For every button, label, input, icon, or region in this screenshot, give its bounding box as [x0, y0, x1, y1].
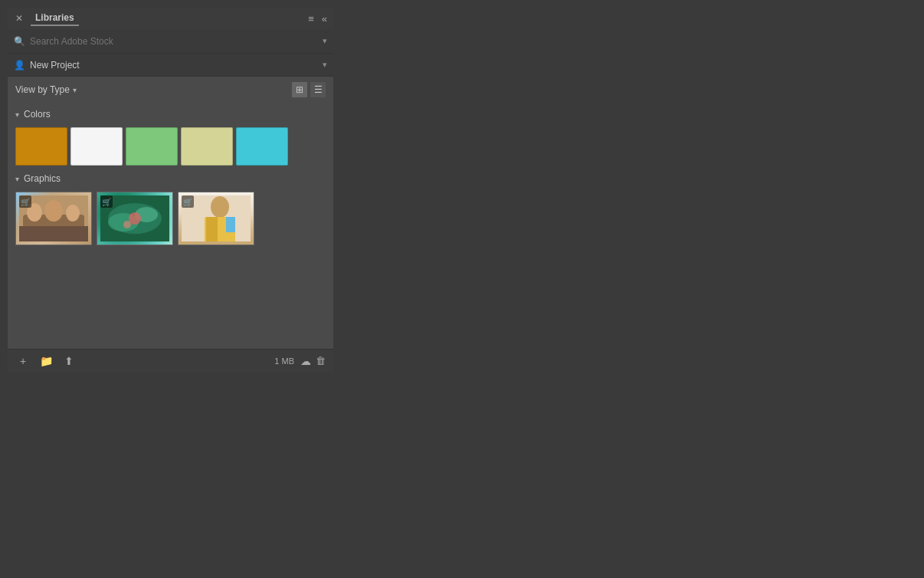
- footer-right: ☁ 🗑: [300, 355, 326, 367]
- svg-point-4: [66, 205, 80, 222]
- footer: + 📁 ⬆ 1 MB ☁ 🗑: [8, 349, 333, 372]
- cloud-sync-icon[interactable]: ☁: [300, 355, 311, 367]
- close-button[interactable]: ✕: [14, 13, 25, 24]
- cart-badge-1: 🛒: [19, 195, 31, 208]
- add-button[interactable]: +: [15, 353, 31, 369]
- svg-point-3: [44, 200, 63, 222]
- graphics-section-header[interactable]: ▾ Graphics: [8, 170, 333, 187]
- graphics-grid: 🛒 🛒: [8, 187, 333, 250]
- color-swatch-gold[interactable]: [15, 127, 67, 166]
- view-by-type-label: View by Type: [15, 84, 70, 95]
- title-bar-left: ✕ Libraries: [14, 11, 79, 26]
- search-icon: 🔍: [14, 36, 25, 47]
- svg-rect-16: [226, 217, 235, 232]
- cart-badge-2: 🛒: [100, 195, 113, 208]
- svg-point-13: [211, 196, 229, 218]
- list-view-button[interactable]: ☰: [310, 82, 326, 97]
- collapse-button[interactable]: «: [322, 13, 327, 25]
- color-swatch-white[interactable]: [70, 127, 123, 166]
- project-selector[interactable]: 👤 New Project ▾: [8, 54, 333, 77]
- project-icon: 👤: [14, 60, 25, 71]
- color-swatch-green[interactable]: [126, 127, 178, 166]
- project-chevron-icon: ▾: [323, 60, 327, 70]
- grid-view-button[interactable]: ⊞: [292, 82, 307, 97]
- colors-section-label: Colors: [24, 109, 51, 120]
- search-bar: 🔍 ▾: [8, 29, 333, 54]
- graphic-item-3[interactable]: 🛒: [178, 192, 254, 245]
- search-input[interactable]: [30, 36, 323, 47]
- view-toggle-buttons: ⊞ ☰: [292, 82, 326, 97]
- upload-button[interactable]: ⬆: [61, 353, 77, 369]
- panel-title: Libraries: [31, 11, 79, 26]
- libraries-panel: ✕ Libraries ≡ « 🔍 ▾ 👤 New Project ▾ View…: [8, 8, 333, 372]
- view-by-type-button[interactable]: View by Type ▾: [15, 84, 77, 95]
- search-dropdown-chevron[interactable]: ▾: [323, 36, 327, 46]
- colors-grid: [8, 123, 333, 170]
- storage-size: 1 MB: [274, 356, 294, 366]
- cart-badge-3: 🛒: [182, 195, 194, 208]
- title-bar: ✕ Libraries ≡ «: [8, 8, 333, 29]
- menu-button[interactable]: ≡: [308, 13, 314, 25]
- graphics-section-chevron: ▾: [15, 175, 19, 183]
- color-swatch-khaki[interactable]: [181, 127, 233, 166]
- new-folder-button[interactable]: 📁: [38, 353, 54, 369]
- svg-point-10: [129, 212, 141, 225]
- graphics-section-label: Graphics: [24, 173, 61, 184]
- project-name: New Project: [30, 60, 323, 71]
- colors-section-chevron: ▾: [15, 110, 19, 119]
- footer-left: + 📁 ⬆: [15, 353, 77, 369]
- view-by-type-chevron: ▾: [73, 86, 77, 94]
- delete-button[interactable]: 🗑: [316, 355, 326, 366]
- graphic-item-2[interactable]: 🛒: [97, 192, 173, 245]
- svg-point-11: [123, 221, 131, 228]
- content-area: ▾ Colors ▾ Graphics: [8, 103, 333, 349]
- colors-section-header[interactable]: ▾ Colors: [8, 106, 333, 123]
- color-swatch-cyan[interactable]: [236, 127, 288, 166]
- svg-rect-5: [19, 226, 88, 241]
- svg-rect-15: [206, 217, 218, 241]
- view-controls: View by Type ▾ ⊞ ☰: [8, 77, 333, 103]
- graphic-item-1[interactable]: 🛒: [15, 192, 92, 245]
